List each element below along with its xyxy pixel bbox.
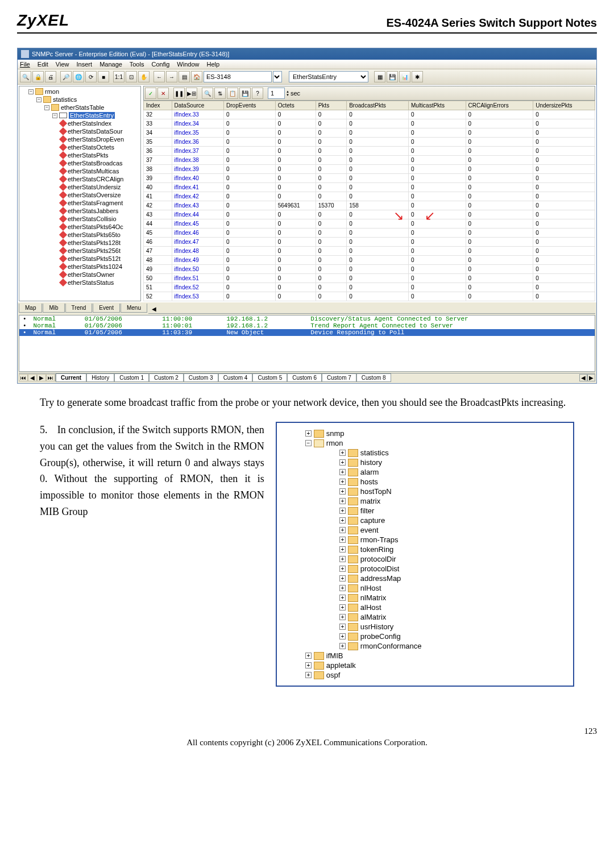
- col-header[interactable]: BroadcastPkts: [347, 101, 409, 110]
- left-bottom-tabs[interactable]: MapMibTrendEventMenu: [19, 304, 147, 313]
- tree-statistics[interactable]: −statistics: [20, 95, 139, 103]
- mib-node[interactable]: +statistics: [283, 448, 567, 458]
- table-row[interactable]: 51ifIndex.520000000: [144, 283, 595, 292]
- menu-file[interactable]: File: [20, 61, 30, 68]
- mib-node[interactable]: +usrHistory: [283, 622, 567, 632]
- table-row[interactable]: 49ifIndex.500000000: [144, 265, 595, 274]
- stop-icon[interactable]: ■: [98, 71, 109, 82]
- sheet-tab[interactable]: Current: [56, 373, 86, 382]
- menu-config[interactable]: Config: [152, 61, 170, 68]
- table-row[interactable]: 52ifIndex.530000000: [144, 292, 595, 301]
- col-header[interactable]: Index: [144, 101, 172, 110]
- sheet-tab[interactable]: Custom 7: [322, 373, 356, 382]
- menu-insert[interactable]: Insert: [77, 61, 93, 68]
- col-header[interactable]: DropEvents: [224, 101, 276, 110]
- tree-rmon[interactable]: −rmon: [20, 88, 139, 95]
- panel-tab[interactable]: Mib: [43, 304, 64, 313]
- mib-node[interactable]: +hosts: [283, 477, 567, 487]
- sheet-tab[interactable]: Custom 6: [287, 373, 322, 382]
- tb-chart-icon[interactable]: 📊: [399, 71, 410, 82]
- mib-node[interactable]: +ospf: [283, 670, 567, 680]
- apply-icon[interactable]: ✓: [145, 88, 156, 99]
- tree-leaf[interactable]: etherStatsFragment: [20, 199, 139, 207]
- panel-tab[interactable]: Map: [19, 304, 42, 313]
- mib-node[interactable]: +alMatrix: [283, 612, 567, 622]
- mib-node[interactable]: +matrix: [283, 496, 567, 506]
- find-icon[interactable]: 🔍: [20, 71, 31, 82]
- menubar[interactable]: File Edit View Insert Manage Tools Confi…: [18, 60, 596, 69]
- mib-node[interactable]: +rmonConformance: [283, 641, 567, 651]
- tree-leaf[interactable]: etherStatsPkts1024: [20, 263, 139, 271]
- menu-manage[interactable]: Manage: [99, 61, 122, 68]
- menu-view[interactable]: View: [56, 61, 69, 68]
- table-row[interactable]: 36ifIndex.370000000: [144, 147, 595, 156]
- tree-leaf[interactable]: etherStatsDataSour: [20, 127, 139, 135]
- col-header[interactable]: Pkts: [316, 101, 347, 110]
- tree-leaf[interactable]: etherStatsOwner: [20, 271, 139, 279]
- mib-node[interactable]: +alarm: [283, 467, 567, 477]
- table-row[interactable]: 38ifIndex.390000000: [144, 165, 595, 174]
- tb-sun-icon[interactable]: ✱: [412, 71, 423, 82]
- col-header[interactable]: CRCAlignErrors: [466, 101, 533, 110]
- table-row[interactable]: 46ifIndex.470000000: [144, 238, 595, 247]
- help2-icon[interactable]: ?: [252, 88, 263, 99]
- tb-grid-icon[interactable]: ▦: [374, 71, 385, 82]
- event-log[interactable]: •Normal01/05/200611:00:00192.168.1.2Disc…: [19, 315, 595, 372]
- mib-node[interactable]: +appletalk: [283, 661, 567, 670]
- pan-icon[interactable]: ✋: [138, 71, 150, 82]
- table-row[interactable]: 39ifIndex.400000000: [144, 174, 595, 183]
- mib-node[interactable]: +probeConfig: [283, 632, 567, 641]
- mib-node[interactable]: +addressMap: [283, 574, 567, 583]
- device-input[interactable]: [204, 71, 272, 82]
- mib-node[interactable]: +filter: [283, 506, 567, 516]
- tree-leaf[interactable]: etherStatsPkts64Oc: [20, 223, 139, 231]
- panel-tab[interactable]: Trend: [65, 304, 93, 313]
- mib-node[interactable]: +ifMIB: [283, 651, 567, 661]
- menu-tools[interactable]: Tools: [130, 61, 144, 68]
- col-header[interactable]: UndersizePkts: [533, 101, 595, 110]
- menu-window[interactable]: Window: [177, 61, 199, 68]
- forward-icon[interactable]: →: [166, 71, 177, 82]
- up-icon[interactable]: ▤: [179, 71, 190, 82]
- log-row[interactable]: •Normal01/05/200611:00:01192.168.1.2Tren…: [19, 322, 595, 329]
- tree-leaf[interactable]: etherStatsPkts256t: [20, 247, 139, 255]
- zoom-icon[interactable]: 🔎: [60, 71, 72, 82]
- tree-etherstatstable[interactable]: −etherStatsTable: [20, 103, 139, 111]
- table-row[interactable]: 33ifIndex.340000000: [144, 119, 595, 128]
- log-row[interactable]: •Normal01/05/200611:00:00192.168.1.2Disc…: [19, 315, 595, 322]
- table-row[interactable]: 35ifIndex.360000000: [144, 138, 595, 147]
- tree-leaf[interactable]: etherStatsCRCAlign: [20, 175, 139, 183]
- tree-leaf[interactable]: etherStatsPkts: [20, 151, 139, 159]
- world-icon[interactable]: 🌐: [73, 71, 84, 82]
- stats-grid[interactable]: IndexDataSourceDropEventsOctetsPktsBroad…: [143, 101, 595, 301]
- sheet-tab[interactable]: History: [86, 373, 114, 382]
- entry-select[interactable]: EtherStatsEntry: [289, 71, 368, 82]
- mib-node[interactable]: +tokenRing: [283, 545, 567, 554]
- pause-icon[interactable]: ❚❚: [173, 88, 185, 99]
- mib-node[interactable]: +history: [283, 458, 567, 467]
- sheet-tab[interactable]: Custom 2: [149, 373, 184, 382]
- save2-icon[interactable]: 💾: [239, 88, 251, 99]
- sheet-tab[interactable]: Custom 1: [114, 373, 149, 382]
- print-icon[interactable]: 🖨: [45, 71, 56, 82]
- panel-tab[interactable]: Event: [93, 304, 120, 313]
- tree-leaf[interactable]: etherStatsPkts128t: [20, 239, 139, 247]
- col-header[interactable]: DataSource: [172, 101, 224, 110]
- log-row[interactable]: •Normal01/05/200611:03:39New ObjectDevic…: [19, 329, 595, 336]
- tree-leaf[interactable]: etherStatsDropEven: [20, 135, 139, 143]
- table-row[interactable]: 37ifIndex.380000000: [144, 156, 595, 165]
- sheet-tab[interactable]: Custom 8: [356, 373, 391, 382]
- menu-help[interactable]: Help: [207, 61, 220, 68]
- col-header[interactable]: Octets: [275, 101, 316, 110]
- tb-save-icon[interactable]: 💾: [387, 71, 398, 82]
- sheet-tab[interactable]: Custom 4: [218, 373, 253, 382]
- filter-icon[interactable]: 🔍: [202, 88, 213, 99]
- sheet-tabs[interactable]: ⏮◀▶⏭ CurrentHistoryCustom 1Custom 2Custo…: [19, 373, 595, 382]
- table-row[interactable]: 32ifIndex.330000000: [144, 110, 595, 119]
- tree-leaf[interactable]: etherStatsMulticas: [20, 167, 139, 175]
- table-row[interactable]: 48ifIndex.490000000: [144, 256, 595, 265]
- sheet-tab[interactable]: Custom 5: [252, 373, 287, 382]
- table-row[interactable]: 44ifIndex.450000000: [144, 219, 595, 229]
- tree-leaf[interactable]: etherStatsUndersiz: [20, 183, 139, 191]
- col-header[interactable]: MulticastPkts: [409, 101, 466, 110]
